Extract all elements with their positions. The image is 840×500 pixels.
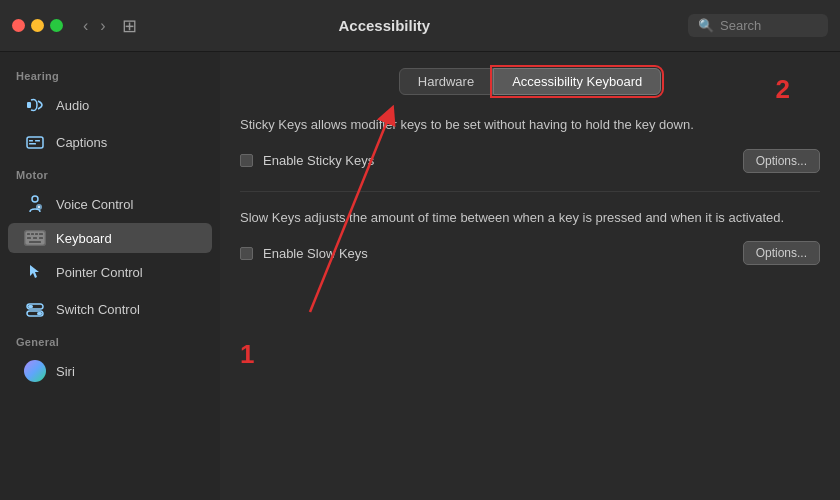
captions-icon: [24, 131, 46, 153]
svg-rect-10: [35, 233, 38, 235]
pointer-control-icon: [24, 261, 46, 283]
switch-control-icon: [24, 298, 46, 320]
minimize-button[interactable]: [31, 19, 44, 32]
svg-rect-18: [28, 305, 33, 308]
voice-control-icon: [24, 193, 46, 215]
search-bar: 🔍: [688, 14, 828, 37]
svg-rect-3: [29, 143, 36, 145]
sidebar: Hearing Audio Captions: [0, 52, 220, 500]
svg-rect-11: [39, 233, 43, 235]
sticky-keys-options-button[interactable]: Options...: [743, 149, 820, 173]
section-hearing: Hearing: [0, 62, 220, 86]
sidebar-item-switch[interactable]: Switch Control: [8, 291, 212, 327]
svg-rect-15: [29, 241, 41, 243]
keyboard-icon: [24, 230, 46, 246]
slow-keys-option: Enable Slow Keys: [240, 246, 368, 261]
slow-keys-row: Enable Slow Keys Options...: [240, 241, 820, 265]
svg-rect-2: [29, 140, 33, 142]
sticky-keys-checkbox[interactable]: [240, 154, 253, 167]
close-button[interactable]: [12, 19, 25, 32]
sidebar-item-siri[interactable]: Siri: [8, 353, 212, 389]
traffic-lights: [12, 19, 63, 32]
annotation-1: 1: [240, 339, 254, 369]
main-area: Hearing Audio Captions: [0, 52, 840, 500]
slow-keys-checkbox[interactable]: [240, 247, 253, 260]
audio-icon: [24, 94, 46, 116]
sidebar-item-voice[interactable]: Voice Control: [8, 186, 212, 222]
sidebar-audio-label: Audio: [56, 98, 89, 113]
window-title: Accessibility: [89, 17, 680, 34]
tab-bar: Hardware Accessibility Keyboard: [240, 68, 820, 95]
svg-rect-9: [31, 233, 34, 235]
section-general: General: [0, 328, 220, 352]
search-input[interactable]: [720, 18, 818, 33]
sidebar-item-keyboard[interactable]: Keyboard: [8, 223, 212, 253]
siri-icon: [24, 360, 46, 382]
sidebar-keyboard-label: Keyboard: [56, 231, 112, 246]
svg-rect-8: [27, 233, 30, 235]
sticky-keys-label: Enable Sticky Keys: [263, 153, 374, 168]
svg-rect-19: [37, 312, 42, 315]
section-divider: [240, 191, 820, 192]
slow-keys-description: Slow Keys adjusts the amount of time bet…: [240, 208, 820, 228]
sidebar-item-pointer[interactable]: Pointer Control: [8, 254, 212, 290]
sidebar-item-captions[interactable]: Captions: [8, 124, 212, 160]
sidebar-captions-label: Captions: [56, 135, 107, 150]
slow-keys-label: Enable Slow Keys: [263, 246, 368, 261]
sidebar-voice-label: Voice Control: [56, 197, 133, 212]
sidebar-item-audio[interactable]: Audio: [8, 87, 212, 123]
svg-rect-12: [27, 237, 31, 239]
svg-rect-4: [35, 140, 40, 142]
sidebar-pointer-label: Pointer Control: [56, 265, 143, 280]
svg-rect-0: [27, 102, 31, 108]
slow-keys-options-button[interactable]: Options...: [743, 241, 820, 265]
section-motor: Motor: [0, 161, 220, 185]
tab-accessibility-keyboard[interactable]: Accessibility Keyboard: [493, 68, 661, 95]
titlebar: ‹ › ⊞ Accessibility 🔍: [0, 0, 840, 52]
sticky-keys-option: Enable Sticky Keys: [240, 153, 374, 168]
sidebar-switch-label: Switch Control: [56, 302, 140, 317]
content-area: Hardware Accessibility Keyboard 2 Sticky…: [220, 52, 840, 500]
search-icon: 🔍: [698, 18, 714, 33]
tab-hardware[interactable]: Hardware: [399, 68, 493, 95]
svg-point-5: [32, 196, 38, 202]
fullscreen-button[interactable]: [50, 19, 63, 32]
svg-rect-13: [33, 237, 37, 239]
svg-rect-1: [27, 137, 43, 148]
sticky-keys-row: Enable Sticky Keys Options...: [240, 149, 820, 173]
sticky-keys-description: Sticky Keys allows modifier keys to be s…: [240, 115, 820, 135]
sidebar-siri-label: Siri: [56, 364, 75, 379]
svg-rect-14: [39, 237, 43, 239]
